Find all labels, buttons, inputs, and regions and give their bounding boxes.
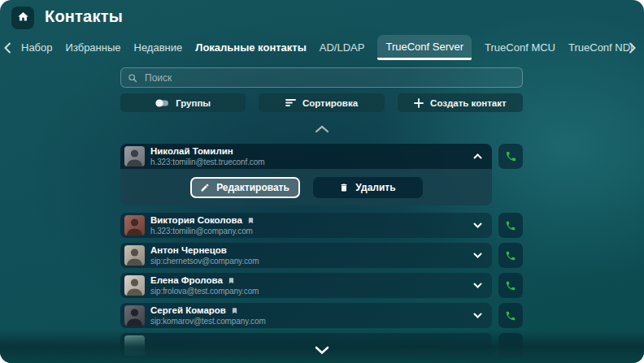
toolbar: Группы Сортировка Создать контакт [120,93,523,112]
bookmark-icon [231,306,238,315]
tab-list: Набор Избранные Недавние Локальные конта… [21,35,633,60]
contact-info: Николай Томилин h.323:tomilin@test.truec… [150,146,264,166]
home-button[interactable] [11,6,34,29]
chevron-right-icon[interactable] [626,41,637,54]
search-bar [120,67,523,88]
plus-icon [414,98,424,108]
contact-name: Антон Чернецов [150,245,227,256]
sort-button[interactable]: Сортировка [259,93,384,112]
call-icon [505,150,517,162]
tab-recent[interactable]: Недавние [134,35,183,60]
sort-label: Сортировка [302,98,358,108]
groups-toggle-button[interactable]: Группы [120,93,246,112]
edit-label: Редактировать [216,182,289,193]
search-icon [128,73,137,83]
groups-label: Группы [176,98,211,108]
contact-row[interactable]: Сергей Комаров sip:komarov@test.company.… [120,303,492,328]
contact-name: Николай Томилин [150,146,233,157]
expand-chevron-down-icon[interactable] [468,213,486,238]
bookmark-icon [247,216,255,225]
delete-icon [339,183,349,192]
expanded-contact-actions: Редактировать Удалить [120,169,492,205]
contact-name: Елена Фролова [150,275,223,286]
call-button[interactable] [498,243,523,268]
call-button[interactable] [498,303,523,328]
contact-uri: h.323:tomilin@company.com [150,227,255,236]
tab-local-contacts[interactable]: Локальные контакты [195,35,307,60]
scroll-down-chevron-icon[interactable] [315,344,329,358]
contact-name: Сергей Комаров [150,305,226,316]
call-icon [505,250,516,261]
tab-favorites[interactable]: Избранные [66,35,121,60]
call-icon [505,220,516,231]
tab-trueconf-server[interactable]: TrueConf Server [377,35,472,60]
avatar [124,215,145,236]
tab-trueconf-mcu[interactable]: TrueConf MCU [485,35,555,60]
tab-trueconf-ndi[interactable]: TrueConf NDI [568,35,633,60]
contact-row[interactable]: Антон Чернецов sip:chernetsov@company.co… [120,243,492,268]
home-icon [17,11,29,26]
contact-row[interactable]: Елена Фролова sip:frolova@test.company.c… [120,273,492,298]
call-button[interactable] [498,144,523,169]
groups-toggle-icon [155,99,169,107]
contact-uri: sip:frolova@test.company.com [150,287,259,296]
page-title: Контакты [45,7,123,26]
contact-uri: sip:chernetsov@company.com [150,257,259,266]
call-icon [505,280,516,292]
contact-uri: h.323:tomilin@test.trueconf.com [150,158,264,166]
expand-chevron-down-icon[interactable] [468,303,486,328]
contact-name: Виктория Соколова [150,215,242,226]
expanded-contact-header[interactable]: Николай Томилин h.323:tomilin@test.truec… [120,144,492,169]
bookmark-icon [228,276,235,285]
chevron-left-icon[interactable] [2,41,13,54]
call-button[interactable] [498,213,523,238]
avatar [124,305,145,326]
delete-contact-button[interactable]: Удалить [313,177,423,198]
search-input[interactable] [143,71,516,84]
avatar [124,245,145,266]
tab-bar: Набор Избранные Недавние Локальные конта… [0,35,644,60]
call-button[interactable] [498,273,523,298]
avatar [124,146,145,166]
expand-chevron-down-icon[interactable] [468,243,486,268]
create-contact-label: Создать контакт [430,98,506,108]
collapse-chevron-up-icon[interactable] [468,144,486,169]
sort-icon [285,98,296,107]
expanded-contact-card[interactable]: Николай Томилин h.323:tomilin@test.truec… [120,144,492,205]
delete-label: Удалить [355,182,395,193]
tab-ad-ldap[interactable]: AD/LDAP [320,35,365,60]
tab-dial[interactable]: Набор [21,35,53,60]
create-contact-button[interactable]: Создать контакт [398,93,523,112]
edit-icon [200,183,210,192]
contacts-screen: Контакты Набор Избранные Недавние Локаль… [0,0,644,363]
edit-contact-button[interactable]: Редактировать [190,177,300,198]
expand-chevron-down-icon[interactable] [468,273,486,298]
scroll-up-chevron-icon[interactable] [315,122,329,136]
avatar [124,275,145,296]
call-icon [505,310,516,322]
contact-uri: sip:komarov@test.company.com [150,317,266,326]
contact-row[interactable]: Виктория Соколова h.323:tomilin@company.… [120,213,492,238]
